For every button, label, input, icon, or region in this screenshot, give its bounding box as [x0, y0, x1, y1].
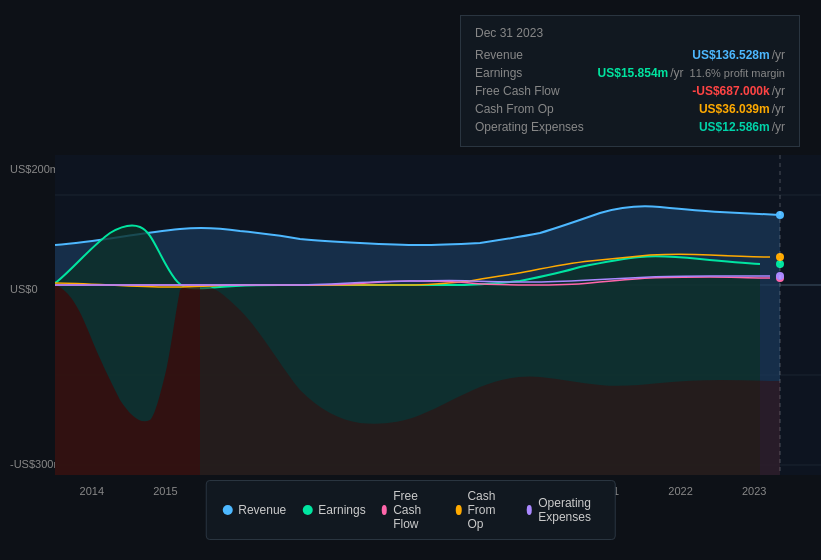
legend-item: Revenue — [222, 503, 286, 517]
legend-dot — [222, 505, 232, 515]
legend-item: Free Cash Flow — [382, 489, 440, 531]
tooltip-row: Cash From OpUS$36.039m/yr — [475, 100, 785, 118]
tooltip-row-value: -US$687.000k — [692, 84, 769, 98]
tooltip-title: Dec 31 2023 — [475, 26, 785, 40]
tooltip-row: Operating ExpensesUS$12.586m/yr — [475, 118, 785, 136]
legend-label: Free Cash Flow — [393, 489, 440, 531]
legend-item: Operating Expenses — [527, 496, 599, 524]
legend-label: Revenue — [238, 503, 286, 517]
tooltip-row: RevenueUS$136.528m/yr — [475, 46, 785, 64]
tooltip-row-value: US$136.528m — [692, 48, 769, 62]
tooltip-row-value: US$12.586m — [699, 120, 770, 134]
tooltip-row-label: Operating Expenses — [475, 120, 585, 134]
tooltip-row-value: US$36.039m — [699, 102, 770, 116]
legend-item: Earnings — [302, 503, 365, 517]
x-axis-label: 2015 — [153, 485, 177, 497]
x-axis-label: 2014 — [80, 485, 104, 497]
legend-label: Earnings — [318, 503, 365, 517]
legend-item: Cash From Op — [456, 489, 511, 531]
tooltip-row-suffix: /yr — [772, 48, 785, 62]
tooltip-row-label: Earnings — [475, 66, 585, 80]
chart-legend: RevenueEarningsFree Cash FlowCash From O… — [205, 480, 616, 540]
x-axis-label: 2022 — [668, 485, 692, 497]
tooltip-row-suffix: /yr — [772, 84, 785, 98]
tooltip-row-label: Cash From Op — [475, 102, 585, 116]
tooltip-row-value: US$15.854m — [598, 66, 669, 80]
legend-dot — [456, 505, 462, 515]
profit-margin-label: 11.6% profit margin — [690, 67, 785, 79]
chart-svg — [0, 155, 821, 475]
legend-dot — [382, 505, 388, 515]
tooltip-row: EarningsUS$15.854m/yr11.6% profit margin — [475, 64, 785, 82]
legend-dot — [527, 505, 533, 515]
chart-container: Dec 31 2023 RevenueUS$136.528m/yrEarning… — [0, 0, 821, 560]
legend-label: Operating Expenses — [538, 496, 599, 524]
tooltip-row-suffix: /yr — [670, 66, 683, 80]
tooltip-box: Dec 31 2023 RevenueUS$136.528m/yrEarning… — [460, 15, 800, 147]
tooltip-row-suffix: /yr — [772, 102, 785, 116]
legend-label: Cash From Op — [467, 489, 510, 531]
legend-dot — [302, 505, 312, 515]
tooltip-row-label: Free Cash Flow — [475, 84, 585, 98]
tooltip-row: Free Cash Flow-US$687.000k/yr — [475, 82, 785, 100]
tooltip-row-suffix: /yr — [772, 120, 785, 134]
x-axis-label: 2023 — [742, 485, 766, 497]
tooltip-row-label: Revenue — [475, 48, 585, 62]
